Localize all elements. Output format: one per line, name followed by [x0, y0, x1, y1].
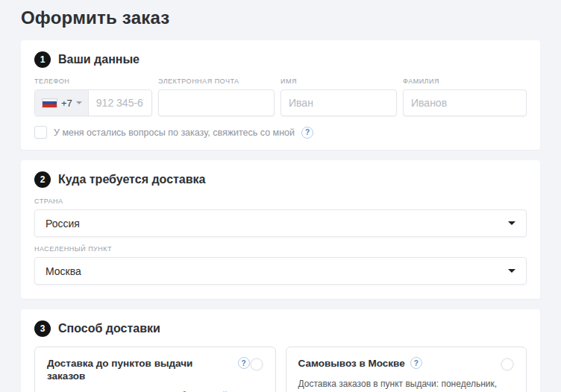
country-select-value: Россия	[46, 218, 80, 230]
callback-checkbox-label: У меня остались вопросы по заказу, свяжи…	[54, 127, 295, 138]
delivery-option-self-pickup[interactable]: Самовывоз в Москве ? Доставка заказов в …	[286, 347, 527, 392]
email-input-wrap	[158, 89, 275, 116]
email-field-group: Электронная почта	[158, 78, 275, 116]
first-name-field-group: Имя	[280, 78, 397, 116]
delivery-option-pickup-points[interactable]: Доставка до пунктов выдачи заказов ? 5po…	[34, 347, 276, 392]
city-select-value: Москва	[46, 265, 81, 277]
russia-flag-icon	[42, 98, 57, 108]
personal-fields-row: Телефон +7 Электронная почта	[34, 78, 527, 116]
delivery-option-help-icon[interactable]: ?	[238, 357, 250, 369]
delivery-option-description: Доставка заказов в пункт выдачи: понедел…	[298, 377, 515, 392]
email-input[interactable]	[159, 90, 274, 116]
section-personal-data: 1 Ваши данные Телефон +7 Эл	[21, 40, 540, 150]
section-delivery-location: 2 Куда требуется доставка Страна Россия …	[21, 160, 540, 299]
chevron-down-icon	[76, 101, 82, 104]
phone-country-code: +7	[61, 98, 72, 109]
chevron-down-icon	[508, 221, 515, 225]
phone-label: Телефон	[34, 78, 152, 85]
delivery-option-radio[interactable]	[250, 358, 263, 371]
delivery-option-title: Самовывоз в Москве	[298, 358, 405, 370]
phone-input-wrap: +7	[34, 89, 152, 116]
country-field-group: Страна Россия	[34, 197, 527, 237]
section-location-header: 2 Куда требуется доставка	[34, 171, 527, 188]
option-head: Доставка до пунктов выдачи заказов ?	[47, 358, 263, 383]
step-3-badge: 3	[34, 320, 51, 337]
callback-help-icon[interactable]: ?	[301, 127, 313, 139]
city-label: Населенный пункт	[34, 245, 527, 253]
first-name-input[interactable]	[281, 90, 396, 116]
section-method-title: Способ доставки	[58, 322, 160, 335]
section-personal-title: Ваши данные	[58, 53, 140, 66]
last-name-input[interactable]	[404, 90, 526, 116]
callback-checkbox[interactable]	[34, 126, 47, 139]
delivery-option-help-icon[interactable]: ?	[410, 357, 422, 369]
delivery-option-radio[interactable]	[501, 358, 514, 371]
last-name-field-group: Фамилия	[403, 78, 527, 116]
section-location-title: Куда требуется доставка	[58, 173, 206, 186]
step-1-badge: 1	[34, 51, 51, 68]
phone-field-group: Телефон +7	[34, 78, 152, 116]
phone-input[interactable]	[89, 90, 151, 116]
first-name-input-wrap	[280, 89, 397, 116]
city-select[interactable]: Москва	[34, 257, 527, 285]
section-personal-header: 1 Ваши данные	[34, 51, 527, 68]
first-name-label: Имя	[280, 78, 397, 85]
page-title: Оформить заказ	[21, 7, 540, 28]
email-label: Электронная почта	[158, 78, 275, 85]
country-label: Страна	[34, 197, 527, 205]
phone-country-code-selector[interactable]: +7	[35, 90, 89, 116]
delivery-options-row: Доставка до пунктов выдачи заказов ? 5po…	[34, 347, 527, 392]
section-delivery-method: 3 Способ доставки Доставка до пунктов вы…	[21, 309, 540, 392]
callback-checkbox-row: У меня остались вопросы по заказу, свяжи…	[34, 126, 527, 139]
step-2-badge: 2	[34, 171, 51, 188]
country-select[interactable]: Россия	[34, 209, 527, 237]
section-method-header: 3 Способ доставки	[34, 320, 527, 337]
last-name-input-wrap	[403, 89, 527, 116]
option-head: Самовывоз в Москве ?	[298, 358, 515, 371]
city-field-group: Населенный пункт Москва	[34, 245, 527, 285]
delivery-option-description: 5post, CDEK. Доставка от 2-х рабочих дне…	[47, 389, 263, 392]
last-name-label: Фамилия	[403, 78, 527, 85]
delivery-option-title: Доставка до пунктов выдачи заказов	[47, 358, 233, 383]
chevron-down-icon	[508, 269, 515, 273]
checkout-page: Оформить заказ 1 Ваши данные Телефон +7	[0, 0, 561, 392]
